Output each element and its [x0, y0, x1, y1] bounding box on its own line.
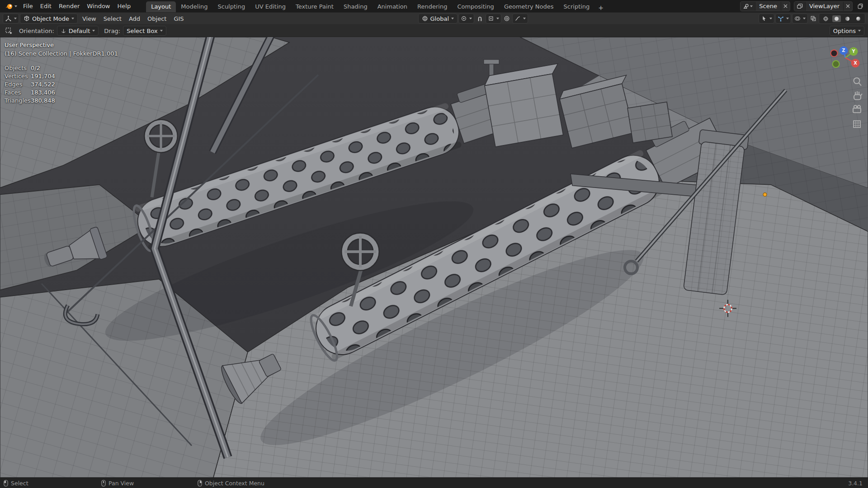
shading-wireframe-button[interactable]	[821, 15, 830, 23]
selectability-visibility-dropdown[interactable]	[759, 14, 774, 23]
falloff-selector[interactable]	[512, 14, 528, 23]
scene-name[interactable]: Scene	[755, 3, 781, 9]
viewport-menubar: View Select Add Object GIS	[79, 14, 188, 23]
workspace-tab-sculpting[interactable]: Sculpting	[212, 1, 250, 12]
drag-mode-selector[interactable]: Select Box	[123, 26, 166, 36]
right-mouse-icon	[198, 480, 202, 487]
gizmo-minus-y-ball[interactable]	[833, 61, 840, 67]
dropdown-caret-icon	[496, 18, 499, 19]
blender-menu-button[interactable]	[3, 2, 19, 11]
workspace-tab-rendering[interactable]: Rendering	[412, 1, 452, 12]
menu-file[interactable]: File	[19, 2, 37, 10]
viewlayer-browse-button[interactable]	[794, 2, 806, 11]
scene-icon	[743, 3, 749, 9]
transform-orientation-selector[interactable]: Global	[418, 14, 458, 23]
blender-version: 3.4.1	[848, 478, 863, 488]
svg-text:X: X	[854, 61, 857, 66]
workspace-tab-scripting[interactable]: Scripting	[559, 1, 595, 12]
menu-gis[interactable]: GIS	[170, 14, 187, 23]
viewlayer-icon	[797, 3, 803, 9]
main-menubar: File Edit Render Window Help	[19, 2, 134, 10]
dropdown-caret-icon	[14, 18, 17, 19]
tool-settings-bar: Orientation: Default Drag: Select Box Op…	[0, 25, 868, 37]
viewport-3d[interactable]: Z Y X	[0, 37, 868, 478]
gizmo-minus-x-ball[interactable]	[831, 50, 838, 56]
menu-select[interactable]: Select	[100, 14, 125, 23]
proportional-editing-toggle[interactable]	[502, 14, 511, 23]
close-icon	[846, 4, 850, 8]
options-dropdown[interactable]: Options	[830, 26, 864, 36]
snap-settings-selector[interactable]	[486, 14, 501, 23]
pivot-icon	[461, 15, 467, 22]
snap-target-icon	[488, 15, 494, 22]
workspace-tabs: Layout Modeling Sculpting UV Editing Tex…	[146, 0, 607, 12]
viewport-scene: Z Y X	[0, 37, 868, 478]
menu-edit[interactable]: Edit	[37, 2, 55, 10]
menu-add[interactable]: Add	[125, 14, 144, 23]
workspace-tab-animation[interactable]: Animation	[373, 1, 412, 12]
shading-solid-button[interactable]	[832, 15, 841, 22]
dropdown-caret-icon	[160, 30, 163, 32]
menu-render[interactable]: Render	[55, 2, 83, 10]
status-pan-hint: Pan View	[101, 478, 134, 488]
viewport-editor-icon	[5, 15, 12, 22]
blender-logo-icon	[5, 3, 13, 10]
workspace-tab-modeling[interactable]: Modeling	[176, 1, 212, 12]
xray-toggle[interactable]	[809, 14, 818, 23]
cursor-pointer-icon	[761, 15, 767, 22]
pivot-point-selector[interactable]	[458, 14, 474, 23]
left-mouse-icon	[4, 480, 8, 487]
object-origin-dot	[763, 193, 767, 197]
drag-setting-label: Drag:	[104, 28, 120, 34]
orientation-label: Global	[430, 15, 449, 22]
dropdown-caret-icon	[786, 18, 789, 19]
overlays-icon	[794, 15, 801, 22]
svg-text:Y: Y	[851, 49, 855, 54]
menu-window[interactable]: Window	[83, 2, 113, 10]
shading-material-button[interactable]	[843, 15, 852, 23]
snap-toggle[interactable]	[475, 14, 485, 23]
mode-selector[interactable]: Object Mode	[20, 14, 78, 23]
gizmo-x-ball[interactable]: X	[851, 59, 860, 67]
new-viewlayer-button[interactable]	[855, 2, 865, 10]
editor-type-selector[interactable]	[3, 14, 19, 23]
overlays-dropdown[interactable]	[792, 14, 808, 23]
gizmo-z-ball[interactable]: Z	[840, 46, 848, 55]
dropdown-caret-icon	[803, 18, 806, 19]
orientation-setting-label: Orientation:	[19, 28, 54, 34]
scene-unlink-button[interactable]	[781, 2, 790, 11]
menu-object[interactable]: Object	[144, 14, 170, 23]
gizmo-y-ball[interactable]: Y	[849, 47, 858, 56]
dropdown-caret-icon	[750, 5, 753, 7]
workspace-tab-geometry-nodes[interactable]: Geometry Nodes	[499, 1, 559, 12]
global-orientation-icon	[422, 15, 428, 22]
dropdown-caret-icon	[858, 30, 861, 32]
workspace-tab-shading[interactable]: Shading	[339, 1, 373, 12]
options-label: Options	[833, 28, 856, 34]
workspace-tab-compositing[interactable]: Compositing	[452, 1, 499, 12]
material-sphere-icon	[844, 16, 850, 22]
orientation-default-selector[interactable]: Default	[57, 26, 99, 36]
rendered-sphere-icon	[855, 16, 861, 22]
scene-browse-button[interactable]	[741, 2, 755, 11]
workspace-tab-texture-paint[interactable]: Texture Paint	[291, 1, 339, 12]
show-gizmo-dropdown[interactable]	[775, 14, 791, 23]
workspace-tab-uv-editing[interactable]: UV Editing	[250, 1, 291, 12]
viewlayer-name[interactable]: ViewLayer	[806, 3, 843, 9]
topbar: File Edit Render Window Help Layout Mode…	[0, 0, 868, 12]
select-box-tool-icon	[5, 27, 12, 34]
workspace-tab-layout[interactable]: Layout	[146, 1, 176, 12]
menu-help[interactable]: Help	[114, 2, 135, 10]
xray-icon	[810, 15, 816, 22]
orientation-axes-icon	[61, 28, 66, 34]
dropdown-caret-icon	[71, 18, 74, 19]
active-tool-icon[interactable]	[4, 26, 14, 35]
statusbar: Select Pan View Object Context Menu 3.4.…	[0, 478, 868, 488]
add-workspace-button[interactable]: +	[594, 3, 607, 12]
viewlayer-selector: ViewLayer	[794, 1, 853, 11]
viewlayer-remove-button[interactable]	[843, 2, 852, 11]
menu-view[interactable]: View	[79, 14, 100, 23]
shading-rendered-button[interactable]	[854, 15, 863, 23]
dropdown-caret-icon	[451, 18, 454, 19]
solid-sphere-icon	[834, 16, 840, 22]
